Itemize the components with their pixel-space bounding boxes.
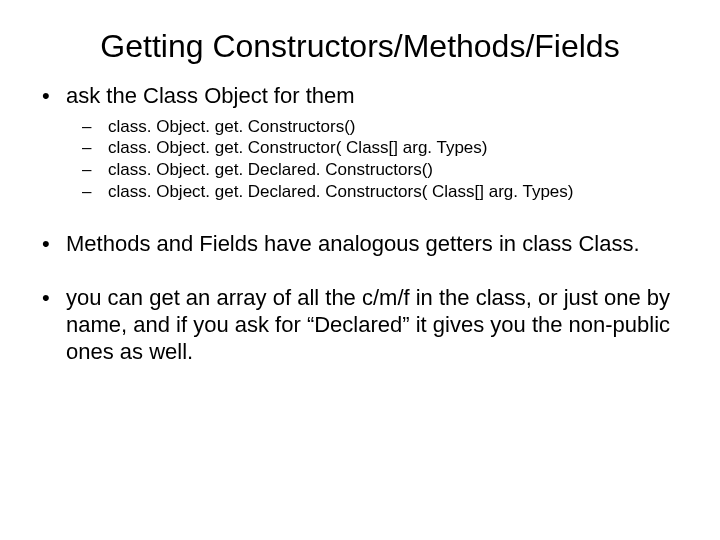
sub-list-item-text: class. Object. get. Declared. Constructo…	[108, 160, 433, 179]
sub-list-item: class. Object. get. Declared. Constructo…	[82, 159, 692, 181]
sub-list-item: class. Object. get. Constructor( Class[]…	[82, 137, 692, 159]
list-item: you can get an array of all the c/m/f in…	[36, 285, 692, 365]
sub-list-item-text: class. Object. get. Constructors()	[108, 117, 356, 136]
sub-bullet-list: class. Object. get. Constructors() class…	[66, 116, 692, 203]
slide-title: Getting Constructors/Methods/Fields	[40, 28, 680, 65]
list-item-text: you can get an array of all the c/m/f in…	[66, 285, 670, 364]
list-item: ask the Class Object for them class. Obj…	[36, 83, 692, 203]
list-item-text: Methods and Fields have analogous getter…	[66, 231, 640, 256]
sub-list-item-text: class. Object. get. Declared. Constructo…	[108, 182, 573, 201]
list-item: Methods and Fields have analogous getter…	[36, 231, 692, 258]
list-item-text: ask the Class Object for them	[66, 83, 355, 108]
sub-list-item: class. Object. get. Constructors()	[82, 116, 692, 138]
sub-list-item-text: class. Object. get. Constructor( Class[]…	[108, 138, 488, 157]
sub-list-item: class. Object. get. Declared. Constructo…	[82, 181, 692, 203]
bullet-list: ask the Class Object for them class. Obj…	[28, 83, 692, 366]
